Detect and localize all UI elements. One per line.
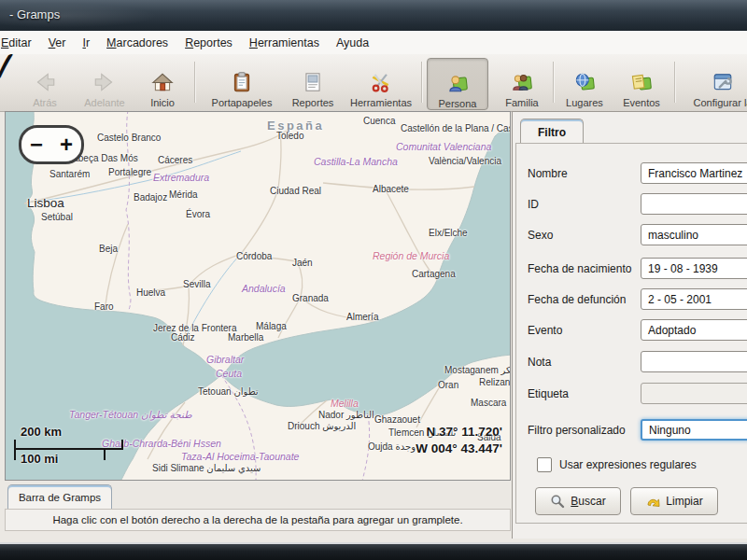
grampsbar-tab[interactable]: Barra de Gramps <box>7 484 112 510</box>
bottom-window-edge <box>0 542 747 560</box>
map-label: Almería <box>346 312 378 322</box>
tools-button[interactable]: Herramientas <box>344 58 418 108</box>
home-button[interactable]: Inicio <box>138 58 187 108</box>
map-coordinates: N 37° 11.720' W 004° 43.447' <box>398 424 502 457</box>
menu-bar: EditarVerIrMarcadoresReportesHerramienta… <box>0 31 747 55</box>
tools-icon <box>369 70 393 94</box>
field-input-id[interactable] <box>641 193 747 215</box>
field-input-nombre[interactable]: Francisco Martinez <box>641 162 747 184</box>
filter-row: EventoAdoptado <box>516 319 747 343</box>
regex-checkbox-row[interactable]: Usar expresiones regulares <box>537 457 697 472</box>
map-label: Relizane <box>479 377 511 387</box>
zoom-in-button[interactable]: + <box>51 128 81 161</box>
field-input-filtro-personalizado[interactable]: Ninguno <box>641 419 747 441</box>
filter-tab[interactable]: Filtro <box>520 119 584 145</box>
filter-row: Etiqueta <box>516 383 747 407</box>
family-label: Familia <box>505 97 538 108</box>
clear-button[interactable]: Limpiar <box>630 487 718 515</box>
field-label: Sexo <box>528 229 553 242</box>
person-icon <box>445 71 470 95</box>
field-input-nota[interactable] <box>641 351 747 372</box>
field-label: Fecha de nacimiento <box>528 262 631 275</box>
map-label: Melilla <box>331 398 359 409</box>
field-input-sexo[interactable]: masculino <box>641 224 747 245</box>
map-label: Portalegre <box>108 167 151 177</box>
toolbar-separator <box>674 62 675 103</box>
scale-tick <box>104 448 106 460</box>
person-view-button[interactable]: Persona <box>427 58 488 110</box>
configure-button[interactable]: Configurar la <box>682 58 747 108</box>
find-button[interactable]: Buscar <box>535 487 621 515</box>
clear-undo-icon <box>645 494 660 509</box>
toolbar-separator <box>194 62 195 103</box>
map-label: Andalucía <box>242 283 286 294</box>
menu-item-marcadores[interactable]: Marcadores <box>98 33 176 53</box>
scale-km-label: 200 km <box>21 425 62 439</box>
title-bar: - Gramps <box>0 0 747 32</box>
map-label: Badajoz <box>134 192 167 203</box>
menu-item-ir[interactable]: Ir <box>74 33 98 53</box>
filter-panel: Filtro NombreFrancisco MartinezIDSexomas… <box>512 111 747 539</box>
map-label: Taza-Al Hoceima-Taounate <box>181 451 299 462</box>
events-view-button[interactable]: Eventos <box>614 58 669 108</box>
places-label: Lugares <box>566 97 603 108</box>
reports-button[interactable]: Reportes <box>286 58 340 108</box>
home-icon <box>150 70 175 94</box>
map-label: Sevilla <box>183 279 210 289</box>
toolbar: ✓ Atrás Adelante Inicio Portapapeles <box>0 54 747 112</box>
filter-row: NombreFrancisco Martinez <box>516 162 747 187</box>
tools-label: Herramientas <box>350 97 412 108</box>
field-input-fecha-de-nacimiento[interactable]: 19 - 08 - 1939 <box>641 258 747 279</box>
map-label: Santarém <box>49 169 90 179</box>
configure-label: Configurar la <box>694 97 747 108</box>
menu-item-ver[interactable]: Ver <box>40 33 75 53</box>
map-label: Marbella <box>228 332 263 343</box>
map-label: Tanger-Tétouan طنجة تطوان <box>69 409 192 420</box>
menu-item-herramientas[interactable]: Herramientas <box>241 33 328 53</box>
map-label: Comunitat Valenciana <box>396 141 491 152</box>
map-view[interactable]: EspañaCuencaCastellón de la Plana / Cast… <box>5 111 511 481</box>
regex-checkbox[interactable] <box>537 457 552 472</box>
filter-tab-label: Filtro <box>538 126 566 139</box>
filter-row: Fecha de defunción2 - 05 - 2001 <box>516 288 747 313</box>
field-input-evento[interactable]: Adoptado <box>641 319 747 341</box>
map-label: Ceuta <box>216 368 242 379</box>
field-label: Nota <box>528 356 551 369</box>
scale-line <box>14 448 123 450</box>
scale-mi-label: 100 mi <box>21 452 58 466</box>
clipboard-icon <box>230 70 254 94</box>
map-label: Driouch الدريوش <box>288 421 356 431</box>
map-label: Tetouan تطوان <box>198 386 259 397</box>
find-button-label: Buscar <box>571 495 605 508</box>
map-label: Región de Murcia <box>373 250 449 261</box>
places-view-button[interactable]: Lugares <box>558 58 611 108</box>
scale-tick <box>14 440 16 460</box>
field-input-fecha-de-defunción[interactable]: 2 - 05 - 2001 <box>641 288 747 310</box>
grampsbar-hint-text: Haga clic con el botón derecho a la dere… <box>52 514 462 525</box>
menu-item-ayuda[interactable]: Ayuda <box>328 33 377 53</box>
zoom-out-button[interactable]: − <box>21 128 51 161</box>
forward-button[interactable]: Adelante <box>75 58 134 108</box>
reports-icon <box>301 70 325 94</box>
clipboard-button[interactable]: Portapapeles <box>202 58 282 108</box>
map-label: Mérida <box>169 189 198 200</box>
map-label: Nador الناظور <box>318 410 374 420</box>
map-label: Mostaganem معسكر <box>444 365 511 375</box>
menu-item-editar[interactable]: Editar <box>0 33 40 53</box>
field-input-etiqueta[interactable] <box>641 383 747 404</box>
filter-row: Sexomasculino <box>516 224 747 248</box>
menu-item-reportes[interactable]: Reportes <box>176 33 241 53</box>
family-view-button[interactable]: Familia <box>495 58 549 108</box>
window-title: - Gramps <box>9 7 60 21</box>
map-label: Castilla-La Mancha <box>314 156 398 167</box>
regex-checkbox-label: Usar expresiones regulares <box>559 458 697 471</box>
map-label: Extremadura <box>153 172 209 183</box>
grampsbar-tab-label: Barra de Gramps <box>19 492 101 503</box>
back-button[interactable]: Atrás <box>17 58 73 108</box>
map-label: Setúbal <box>41 212 73 222</box>
map-label: Gibraltar <box>206 354 244 365</box>
field-label: Nombre <box>528 167 568 180</box>
map-label: Castelo Branco <box>97 133 161 143</box>
coordinate-lat: N 37° 11.720' <box>398 424 502 441</box>
reports-label: Reportes <box>292 97 334 108</box>
